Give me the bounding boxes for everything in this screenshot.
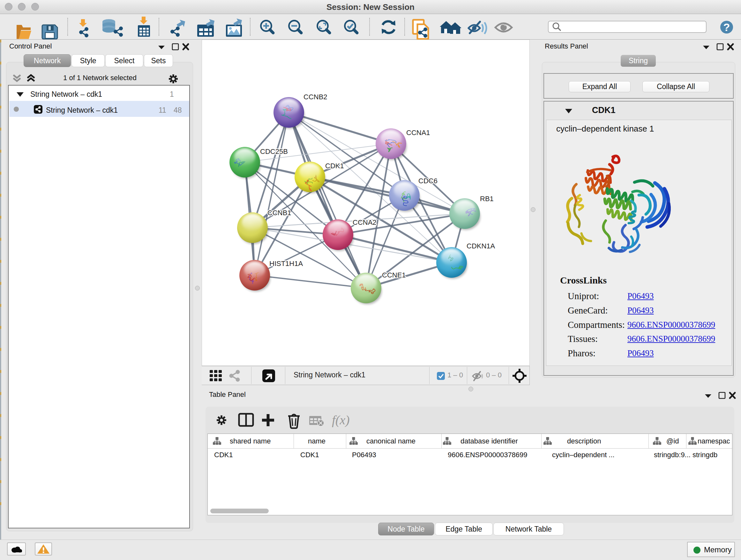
svg-text:CCNB1: CCNB1: [267, 209, 291, 217]
svg-text:CCNB2: CCNB2: [304, 93, 327, 101]
svg-text:CCNA2: CCNA2: [353, 219, 377, 226]
svg-text:CDC6: CDC6: [418, 177, 437, 185]
svg-text:CDC25B: CDC25B: [260, 147, 288, 155]
svg-text:CDKN1A: CDKN1A: [467, 242, 495, 250]
svg-text:RB1: RB1: [480, 195, 494, 203]
svg-text:?: ?: [724, 21, 730, 33]
svg-text:CDK1: CDK1: [325, 162, 344, 170]
svg-text:CCNA1: CCNA1: [406, 129, 430, 137]
svg-text:CCNE1: CCNE1: [382, 271, 406, 279]
svg-text:f(x): f(x): [332, 413, 350, 427]
svg-text:HIST1H1A: HIST1H1A: [269, 260, 303, 267]
